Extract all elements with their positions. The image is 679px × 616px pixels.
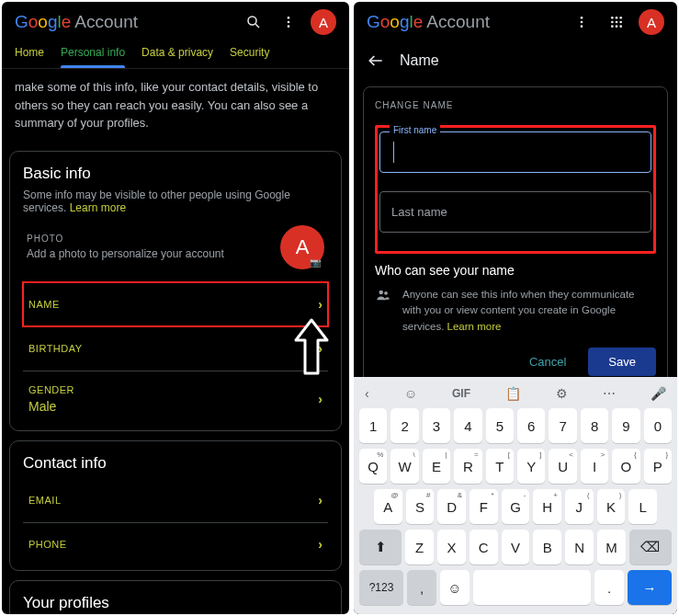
- mic-icon[interactable]: 🎤: [651, 386, 666, 401]
- key-G[interactable]: G-: [502, 489, 530, 524]
- people-icon: [375, 287, 391, 335]
- svg-point-14: [611, 25, 614, 28]
- svg-point-18: [379, 291, 384, 295]
- key-1[interactable]: 1: [359, 408, 387, 443]
- key-Z[interactable]: Z: [405, 530, 434, 565]
- key-X[interactable]: X: [437, 530, 466, 565]
- key-P[interactable]: P}: [644, 449, 672, 484]
- avatar[interactable]: A: [639, 9, 664, 35]
- svg-point-15: [616, 25, 618, 28]
- phone-row[interactable]: PHONE ›: [23, 522, 328, 566]
- phone-label: PHONE: [28, 539, 318, 550]
- photo-sub: Add a photo to personalize your account: [27, 247, 271, 260]
- photo-row[interactable]: PHOTO Add a photo to personalize your ac…: [23, 214, 328, 282]
- key-I[interactable]: I>: [581, 449, 608, 484]
- last-name-input[interactable]: [380, 192, 651, 232]
- backspace-key[interactable]: ⌫: [629, 530, 672, 565]
- chevron-right-icon: ›: [318, 297, 323, 312]
- key-D[interactable]: D&: [437, 489, 466, 524]
- sub-header: Name: [354, 39, 677, 83]
- key-6[interactable]: 6: [517, 408, 545, 443]
- key-F[interactable]: F*: [470, 489, 498, 524]
- more-vert-icon[interactable]: [276, 9, 301, 35]
- key-H[interactable]: H+: [533, 489, 561, 524]
- sticker-icon[interactable]: ☺: [404, 386, 417, 401]
- photo-avatar[interactable]: A 📷: [280, 225, 324, 269]
- first-name-field[interactable]: First name: [379, 131, 651, 173]
- key-N[interactable]: N: [565, 530, 594, 565]
- key-Q[interactable]: Q%: [359, 449, 387, 484]
- change-name-card: CHANGE NAME First name Who can see your …: [363, 86, 668, 388]
- first-name-input[interactable]: [380, 132, 651, 172]
- tab-data-privacy[interactable]: Data & privacy: [141, 46, 213, 68]
- button-row: Cancel Save: [375, 348, 656, 376]
- svg-point-12: [616, 21, 618, 24]
- tab-home[interactable]: Home: [15, 46, 44, 68]
- key-5[interactable]: 5: [486, 408, 514, 443]
- svg-point-4: [288, 25, 290, 28]
- key-V[interactable]: V: [502, 530, 530, 565]
- clipboard-icon[interactable]: 📋: [505, 386, 521, 401]
- gender-row[interactable]: GENDER Male ›: [23, 371, 328, 427]
- key-9[interactable]: 9: [612, 408, 639, 443]
- key-L[interactable]: L: [628, 489, 657, 524]
- camera-icon: 📷: [310, 257, 321, 268]
- key-Y[interactable]: Y]: [517, 449, 545, 484]
- tab-security[interactable]: Security: [230, 46, 269, 68]
- shift-key[interactable]: ⬆: [359, 530, 402, 565]
- keyboard-number-row: 1234567890: [357, 408, 673, 443]
- tab-personal-info[interactable]: Personal info: [61, 46, 125, 68]
- email-row[interactable]: EMAIL ›: [23, 478, 328, 522]
- avatar[interactable]: A: [311, 9, 336, 35]
- svg-point-7: [581, 25, 583, 28]
- key-2[interactable]: 2: [390, 408, 418, 443]
- google-account-logo: Google Account: [367, 12, 490, 32]
- save-button[interactable]: Save: [588, 348, 656, 376]
- cancel-button[interactable]: Cancel: [522, 349, 573, 374]
- chevron-left-icon[interactable]: ‹: [365, 386, 369, 401]
- who-can-see-row: Anyone can see this info when they commu…: [375, 287, 656, 335]
- settings-gear-icon[interactable]: ⚙: [556, 386, 568, 401]
- key-U[interactable]: U<: [549, 449, 576, 484]
- back-arrow-icon[interactable]: [367, 51, 385, 70]
- svg-point-9: [616, 17, 618, 19]
- key-T[interactable]: T[: [486, 449, 514, 484]
- keyboard-row-2: Q%W\E|R=T[Y]U<I>O{P}: [357, 449, 673, 484]
- symbols-key[interactable]: ?123: [359, 570, 403, 605]
- key-7[interactable]: 7: [549, 408, 576, 443]
- enter-key[interactable]: →: [628, 570, 672, 605]
- period-key[interactable]: .: [594, 570, 624, 605]
- key-8[interactable]: 8: [581, 408, 608, 443]
- name-row[interactable]: NAME ›: [23, 282, 328, 326]
- more-horiz-icon[interactable]: ⋯: [603, 386, 616, 401]
- comma-key[interactable]: ,: [407, 570, 436, 605]
- chevron-right-icon: ›: [318, 341, 323, 356]
- key-S[interactable]: S#: [406, 489, 435, 524]
- more-vert-icon[interactable]: [569, 9, 594, 35]
- search-icon[interactable]: [241, 9, 266, 35]
- key-K[interactable]: K): [597, 489, 626, 524]
- key-W[interactable]: W\: [390, 449, 418, 484]
- last-name-field[interactable]: [379, 191, 651, 233]
- key-B[interactable]: B: [533, 530, 561, 565]
- key-A[interactable]: A@: [374, 489, 402, 524]
- key-M[interactable]: M: [597, 530, 626, 565]
- learn-more-link[interactable]: Learn more: [70, 201, 126, 214]
- gif-button[interactable]: GIF: [452, 387, 470, 400]
- apps-grid-icon[interactable]: [604, 9, 629, 35]
- key-3[interactable]: 3: [423, 408, 450, 443]
- key-0[interactable]: 0: [644, 408, 672, 443]
- birthday-row[interactable]: BIRTHDAY ›: [23, 326, 328, 371]
- learn-more-link[interactable]: Learn more: [447, 321, 502, 332]
- key-J[interactable]: J(: [565, 489, 594, 524]
- key-E[interactable]: E|: [423, 449, 450, 484]
- keyboard: ‹ ☺ GIF 📋 ⚙ ⋯ 🎤 1234567890 Q%W\E|R=T[Y]U…: [354, 377, 677, 614]
- who-can-see-title: Who can see your name: [375, 263, 656, 278]
- gender-value: Male: [28, 399, 318, 414]
- emoji-key[interactable]: ☺: [440, 570, 470, 605]
- key-O[interactable]: O{: [612, 449, 639, 484]
- key-R[interactable]: R=: [454, 449, 481, 484]
- space-key[interactable]: [473, 570, 591, 605]
- key-4[interactable]: 4: [454, 408, 481, 443]
- key-C[interactable]: C: [470, 530, 498, 565]
